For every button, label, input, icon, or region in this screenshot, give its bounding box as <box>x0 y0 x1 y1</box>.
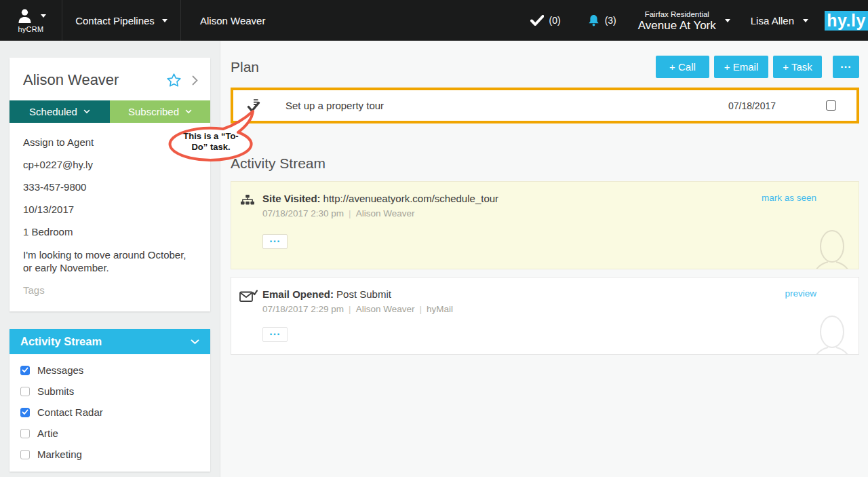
checkbox[interactable] <box>20 387 30 396</box>
mark-as-seen-link[interactable]: mark as seen <box>762 193 816 203</box>
add-email-button[interactable]: + Email <box>714 56 768 78</box>
activity-stream-filter-header[interactable]: Activity Stream <box>9 329 210 354</box>
activity-more-button[interactable]: ... <box>262 234 288 249</box>
activity-timestamp: 07/18/2017 2:30 pm <box>262 208 344 218</box>
plan-title: Plan <box>231 59 259 75</box>
activity-contact: Alison Weaver <box>356 304 415 314</box>
filter-option-artie[interactable]: Artie <box>20 423 199 444</box>
user-name: Lisa Allen <box>751 15 794 26</box>
chevron-right-icon[interactable] <box>191 74 199 87</box>
chevron-down-icon <box>803 19 808 22</box>
checkmark-icon <box>530 15 544 26</box>
contact-email-field[interactable]: cp+0227@hy.ly <box>23 159 197 171</box>
checkbox[interactable] <box>20 366 30 375</box>
unit-type-field[interactable]: 1 Bedroom <box>23 226 197 238</box>
activity-contact: Alison Weaver <box>356 208 415 218</box>
activity-detail: http://avenueatyork.com/schedule_tour <box>323 193 499 204</box>
main-content: Plan + Call + Email + Task ... Set up a … <box>221 41 868 477</box>
contact-phone-field[interactable]: 333-457-9800 <box>23 181 197 193</box>
left-sidebar: Alison Weaver Scheduled Subscribed Assig… <box>0 41 220 477</box>
tasks-count: (0) <box>549 15 561 26</box>
avatar <box>811 228 853 269</box>
task-title: Set up a property tour <box>285 100 384 111</box>
chevron-down-icon <box>41 14 46 18</box>
alerts-count: (3) <box>605 15 616 26</box>
contact-summary-card: Alison Weaver Scheduled Subscribed Assig… <box>9 58 210 311</box>
tags-input[interactable]: Tags <box>23 284 197 297</box>
filter-option-submits[interactable]: Submits <box>20 381 199 402</box>
sitemap-icon <box>241 195 254 205</box>
top-navbar: hyCRM Contact Pipelines Alison Weaver (0… <box>0 0 868 41</box>
hyly-logo: hy.ly <box>825 11 868 31</box>
activity-type-label: Email Opened: <box>262 288 334 300</box>
todo-task-icon <box>247 98 261 113</box>
activity-stream-title: Activity Stream <box>231 155 859 172</box>
filter-option-label: Contact Radar <box>37 406 103 418</box>
filter-option-label: Messages <box>37 364 83 376</box>
todo-task-row[interactable]: Set up a property tour 07/18/2017 <box>231 88 859 123</box>
user-silhouette-icon <box>16 8 33 24</box>
checkbox[interactable] <box>20 450 30 459</box>
chevron-down-icon <box>725 19 730 22</box>
filter-option-contact-radar[interactable]: Contact Radar <box>20 402 199 423</box>
activity-stream-filter-card: Activity Stream Messages Submits Contact… <box>9 329 210 472</box>
activity-item-site-visited: Site Visited:http://avenueatyork.com/sch… <box>231 181 859 269</box>
app-menu[interactable]: hyCRM <box>0 0 62 41</box>
contact-pipelines-menu[interactable]: Contact Pipelines <box>62 0 181 41</box>
chevron-down-icon <box>83 109 90 114</box>
plan-more-button[interactable]: ... <box>833 56 859 78</box>
notifications-indicator[interactable]: (3) <box>588 14 616 26</box>
subscription-status-button[interactable]: Subscribed <box>110 100 210 123</box>
activity-detail: Post Submit <box>336 288 391 300</box>
activity-timestamp: 07/18/2017 2:29 pm <box>262 304 344 314</box>
contact-name: Alison Weaver <box>23 71 167 89</box>
activity-source: hyMail <box>427 304 453 314</box>
chevron-down-icon <box>185 109 192 114</box>
add-call-button[interactable]: + Call <box>656 56 709 78</box>
pipeline-status-button[interactable]: Scheduled <box>9 100 110 123</box>
user-menu[interactable]: Lisa Allen <box>751 15 808 26</box>
activity-item-email-opened: Email Opened:Post Submit 07/18/2017 2:29… <box>231 277 859 355</box>
filter-option-label: Marketing <box>37 449 82 460</box>
filter-option-label: Artie <box>37 427 58 439</box>
move-date-field[interactable]: 10/13/2017 <box>23 204 197 216</box>
contact-note: I'm looking to move around October, or e… <box>23 248 197 274</box>
property-selector[interactable]: Fairfax Residential Avenue At York <box>638 9 730 32</box>
add-task-button[interactable]: + Task <box>773 56 822 78</box>
org-name: Fairfax Residential <box>638 9 716 19</box>
checkbox[interactable] <box>20 408 30 417</box>
checkbox[interactable] <box>20 429 30 438</box>
chevron-down-icon <box>191 339 199 345</box>
bell-icon <box>588 14 599 26</box>
filter-title: Activity Stream <box>20 335 191 348</box>
current-contact-label: Alison Weaver <box>200 15 265 26</box>
task-complete-checkbox[interactable] <box>826 100 836 111</box>
filter-option-label: Submits <box>37 385 74 397</box>
contact-pipelines-label: Contact Pipelines <box>75 15 155 26</box>
property-name: Avenue At York <box>638 19 716 32</box>
chevron-down-icon <box>162 19 167 22</box>
filter-option-marketing[interactable]: Marketing <box>20 444 199 465</box>
assign-to-agent-field[interactable]: Assign to Agent <box>23 136 197 149</box>
app-title: hyCRM <box>18 25 43 33</box>
activity-type-label: Site Visited: <box>262 193 321 204</box>
avatar <box>811 313 853 355</box>
favorite-star-icon[interactable] <box>167 73 181 87</box>
preview-link[interactable]: preview <box>785 288 816 299</box>
filter-option-messages[interactable]: Messages <box>20 360 199 381</box>
task-due-date: 07/18/2017 <box>728 100 776 111</box>
breadcrumb: Alison Weaver <box>181 0 265 41</box>
email-opened-icon <box>239 290 258 303</box>
tasks-indicator[interactable]: (0) <box>530 15 561 26</box>
activity-more-button[interactable]: ... <box>262 327 288 342</box>
